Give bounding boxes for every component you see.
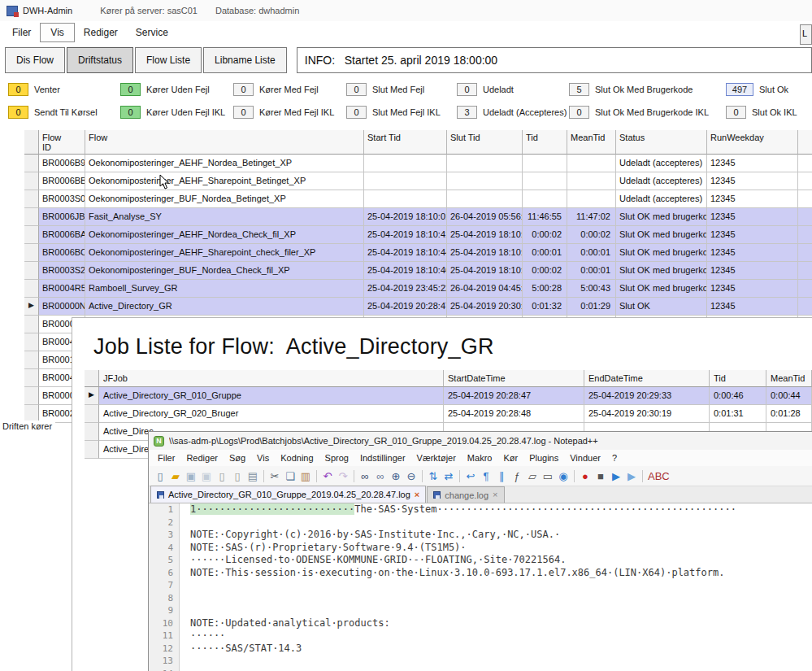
column-header[interactable]: Status [616, 130, 707, 155]
save-all-icon[interactable]: ▣ [199, 468, 214, 484]
menu-item[interactable]: Vis [40, 23, 74, 42]
row-selector[interactable] [24, 369, 39, 387]
view-tab-button[interactable]: Driftstatus [67, 47, 133, 73]
column-header[interactable]: Slut Tid [447, 130, 523, 155]
view-tab-button[interactable]: Libname Liste [203, 47, 287, 73]
flow-row[interactable]: BR0006BB Oekonomiposteringer_AEHF_Sharep… [24, 172, 812, 190]
column-header[interactable]: Tid [523, 130, 567, 155]
row-selector[interactable] [24, 316, 39, 333]
spell-check-icon[interactable]: ABC [646, 468, 671, 484]
row-selector[interactable] [24, 244, 39, 262]
undo-icon[interactable]: ↶ [320, 468, 335, 484]
play-macro-icon[interactable]: ▶ [609, 468, 623, 484]
toolbar-icon[interactable] [314, 468, 319, 484]
column-header[interactable]: Flow ID [39, 130, 85, 155]
run-macro-multiple-icon[interactable]: ▶ [624, 468, 639, 484]
menu-item[interactable]: Rediger [75, 23, 127, 42]
flow-row[interactable]: BR0006B9 Oekonomiposteringer_AEHF_Nordea… [24, 155, 812, 172]
toolbar-icon[interactable] [640, 468, 645, 484]
column-header[interactable]: JFJob [99, 370, 444, 387]
redo-icon[interactable]: ↷ [336, 468, 350, 484]
show-all-characters-icon[interactable]: ¶ [479, 468, 493, 484]
notepad-menu-item[interactable]: Sprog [319, 451, 354, 465]
notepad-menu-item[interactable]: Værktøjer [411, 451, 462, 465]
function-list-icon[interactable]: ƒ [510, 468, 524, 484]
job-row[interactable]: Active_Directory_GR_020_Bruger 25-04-201… [85, 405, 812, 423]
row-selector[interactable] [24, 155, 39, 172]
document-list-icon[interactable]: ▭ [541, 468, 555, 484]
notepad-menu-item[interactable]: Makro [462, 451, 498, 465]
notepad-menu-item[interactable]: Vis [251, 451, 275, 465]
job-row[interactable]: ▶ Active_Directory_GR_010_Gruppe 25-04-2… [85, 387, 812, 405]
column-header[interactable]: Start Tid [364, 130, 447, 155]
notepad-menu-item[interactable]: Vinduer [564, 451, 606, 465]
indent-guide-icon[interactable]: ∥ [494, 468, 509, 484]
notepad-menu-item[interactable]: Indstillinger [354, 451, 411, 465]
zoom-in-icon[interactable]: ⊕ [389, 468, 403, 484]
document-map-icon[interactable]: ▱ [525, 468, 540, 484]
cut-icon[interactable]: ✂ [267, 468, 282, 484]
open-folder-icon[interactable]: ▰ [168, 468, 183, 484]
new-file-icon[interactable]: ▯ [153, 468, 167, 484]
sync-horizontal-icon[interactable]: ⇄ [441, 468, 456, 484]
select-all-corner[interactable] [85, 370, 99, 387]
notepad-titlebar[interactable]: N \\sas-adm-p\Logs\Prod\Batchjobs\Active… [149, 432, 812, 450]
find-icon[interactable]: ∞ [358, 468, 372, 484]
notepad-menu-item[interactable]: Filer [152, 451, 180, 465]
paste-icon[interactable]: ▥ [298, 468, 313, 484]
row-selector[interactable] [24, 351, 39, 369]
row-selector[interactable] [85, 405, 99, 423]
save-icon[interactable]: ▣ [184, 468, 198, 484]
view-tab-button[interactable]: Flow Liste [135, 47, 202, 73]
column-header[interactable]: Flow [85, 130, 364, 155]
flow-row[interactable]: BR0006BA Oekonomiposteringer_AEHF_Nordea… [24, 226, 812, 244]
zoom-out-icon[interactable]: ⊖ [404, 468, 419, 484]
row-selector[interactable]: ▶ [85, 387, 99, 405]
notepad-menu-item[interactable]: Plugins [523, 451, 564, 465]
flow-row[interactable]: BR0003S0 Oekonomiposteringer_BUF_Nordea_… [24, 190, 812, 208]
column-header[interactable]: EndDateTime [584, 370, 710, 387]
notepad-menu-item[interactable]: Rediger [180, 451, 224, 465]
row-selector[interactable] [24, 333, 39, 351]
editor-tab[interactable]: Active_Directory_GR_010_Gruppe_2019.04.2… [150, 486, 426, 503]
file-monitor-icon[interactable]: ◉ [556, 468, 571, 484]
row-selector[interactable] [24, 190, 39, 208]
column-header[interactable]: Tid [710, 370, 766, 387]
toolbar-icon[interactable] [571, 468, 577, 484]
flow-row[interactable]: BR0006BC Oekonomiposteringer_AEHF_Sharep… [24, 244, 812, 262]
close-all-files-icon[interactable]: ▯ [230, 468, 245, 484]
column-header[interactable]: RunWeekday [707, 130, 798, 155]
close-file-icon[interactable]: ▯ [215, 468, 229, 484]
print-icon[interactable]: ▤ [245, 468, 260, 484]
notepad-menu-item[interactable]: Kodning [275, 451, 319, 465]
notepad-menu-item[interactable]: Søg [224, 451, 251, 465]
select-all-corner[interactable] [24, 130, 39, 155]
row-selector[interactable] [24, 280, 39, 298]
editor-tab[interactable]: change.log × [427, 486, 504, 503]
flow-row[interactable]: BR0003S2 Oekonomiposteringer_BUF_Nordea_… [24, 262, 812, 280]
flow-row[interactable]: BR0006JB Fasit_Analyse_SY 25-04-2019 18:… [24, 208, 812, 226]
row-selector[interactable] [24, 208, 39, 226]
log-editor[interactable]: 1 1···························The·SAS·Sy… [149, 503, 812, 671]
toolbar-icon[interactable] [261, 468, 267, 484]
notepad-menu-item[interactable]: ? [606, 451, 623, 465]
copy-icon[interactable]: ❏ [283, 468, 297, 484]
toolbar-icon[interactable] [351, 468, 357, 484]
tab-close-icon[interactable]: × [493, 490, 497, 499]
row-selector[interactable] [24, 172, 39, 190]
column-header[interactable]: MeanTid [766, 370, 812, 387]
column-header[interactable]: StartDateTime [444, 370, 584, 387]
row-selector[interactable]: ▶ [24, 298, 39, 316]
menu-item[interactable]: Service [127, 23, 177, 42]
row-selector[interactable] [85, 423, 99, 441]
word-wrap-icon[interactable]: ↩ [463, 468, 478, 484]
toolbar-icon[interactable] [457, 468, 462, 484]
sync-vertical-icon[interactable]: ⇅ [426, 468, 441, 484]
notepad-menu-item[interactable]: Kør [497, 451, 523, 465]
toolbar-icon[interactable] [419, 468, 425, 484]
row-selector[interactable] [85, 441, 99, 459]
menu-item[interactable]: Filer [3, 23, 40, 42]
tab-close-icon[interactable]: × [415, 490, 419, 499]
row-selector[interactable] [24, 226, 39, 244]
record-macro-icon[interactable]: ● [578, 468, 593, 484]
